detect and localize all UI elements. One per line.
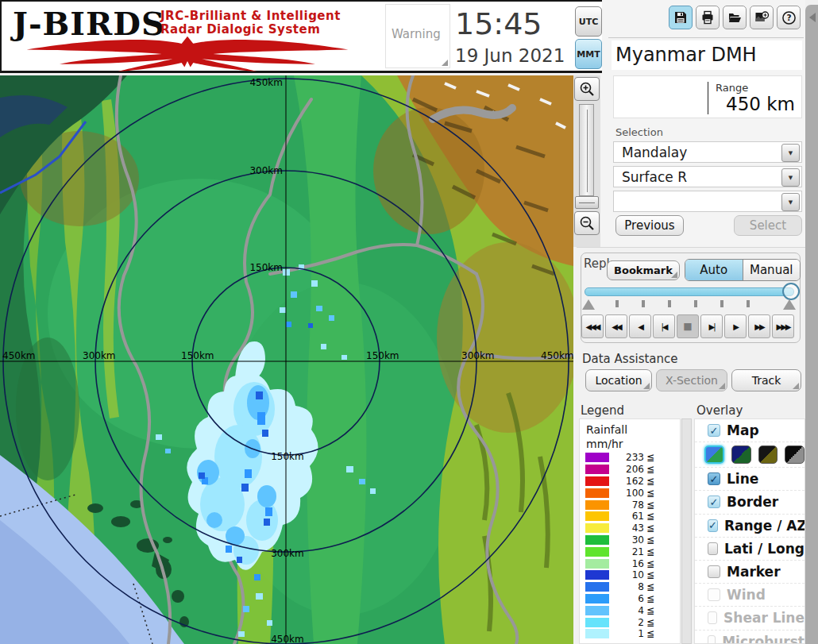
popup-grip-icon	[793, 383, 799, 389]
range-az-checkbox[interactable]: ✓	[708, 519, 718, 532]
map-label: Map	[727, 422, 759, 438]
station-name: Myanmar DMH	[615, 44, 757, 66]
svg-text:450km: 450km	[249, 77, 283, 88]
resize-grip-icon[interactable]	[442, 60, 448, 66]
bookmark-button[interactable]: Bookmark	[607, 260, 680, 280]
less-equal-icon: ≦	[646, 464, 654, 475]
station-dropdown[interactable]: Mandalay ▼	[613, 141, 802, 163]
line-checkbox[interactable]: ✓	[708, 472, 720, 485]
legend-value: 61	[609, 511, 644, 522]
manual-button[interactable]: Manual	[743, 260, 801, 280]
chevron-down-icon[interactable]: ▼	[781, 168, 800, 187]
radar-map[interactable]: 450km 300km 150km 150km 300km 450km 450k…	[0, 75, 573, 644]
marker-checkbox[interactable]	[708, 565, 720, 578]
svg-text:300km: 300km	[83, 350, 116, 361]
legend-row: 78≦	[580, 499, 680, 511]
print-button[interactable]	[696, 6, 720, 29]
play-button[interactable]: ▶	[724, 314, 747, 338]
replay-slider-handle[interactable]	[782, 283, 800, 300]
legend-row: 8≦	[580, 581, 680, 593]
collapse-panel-icon[interactable]	[809, 13, 816, 22]
slider-tick	[720, 300, 723, 307]
legend-swatch	[585, 476, 609, 486]
auto-button[interactable]: Auto	[685, 260, 743, 280]
x-section-label: X-Section	[666, 374, 718, 387]
warning-panel[interactable]: Warning	[385, 4, 450, 68]
legend-row: 61≦	[580, 511, 680, 523]
overlay-item-marker: Marker	[695, 560, 804, 583]
lati-long-checkbox[interactable]	[708, 542, 718, 555]
forward-button[interactable]: ▶▶	[748, 314, 770, 338]
popup-grip-icon	[643, 383, 650, 389]
radar-map-svg[interactable]: 450km 300km 150km 150km 300km 450km 450k…	[0, 75, 573, 644]
legend-value: 10	[609, 569, 644, 580]
map-style-3[interactable]	[758, 445, 778, 464]
utc-button[interactable]: UTC	[575, 6, 602, 37]
wind-checkbox[interactable]	[708, 588, 720, 601]
less-equal-icon: ≦	[646, 476, 654, 487]
overlay-item-map: ✓Map	[695, 419, 804, 442]
chevron-down-icon[interactable]: ▼	[781, 193, 800, 211]
track-button[interactable]: Track	[731, 369, 801, 391]
map-style-4[interactable]	[785, 445, 804, 464]
svg-text:300km: 300km	[271, 548, 304, 559]
location-button[interactable]: Location	[585, 369, 652, 391]
product-dropdown[interactable]: Surface R ▼	[613, 166, 802, 187]
legend-swatch	[585, 488, 609, 498]
zoom-slider-track[interactable]	[579, 104, 594, 196]
step-back-button[interactable]: |◀	[653, 314, 675, 338]
capture-icon	[754, 10, 770, 25]
legend-swatch	[585, 500, 609, 510]
open-folder-button[interactable]	[723, 6, 747, 29]
x-section-button[interactable]: X-Section	[656, 369, 727, 391]
window-edge-strip	[805, 5, 818, 644]
play-reverse-button[interactable]: ◀	[629, 314, 651, 338]
slider-end-marker[interactable]	[783, 299, 796, 310]
capture-button[interactable]	[750, 6, 774, 29]
zoom-in-button[interactable]	[574, 77, 600, 101]
help-button[interactable]: ?	[777, 6, 801, 29]
chevron-down-icon[interactable]: ▼	[781, 144, 800, 162]
mmt-button[interactable]: MMT	[575, 39, 602, 69]
shear-line-label: Shear Line	[723, 610, 804, 626]
print-icon	[700, 10, 715, 25]
less-equal-icon: ≦	[646, 534, 654, 546]
legend-value: 4	[609, 605, 644, 616]
slider-tick	[642, 300, 645, 307]
shear-line-checkbox[interactable]	[708, 611, 717, 624]
less-equal-icon: ≦	[646, 452, 654, 463]
map-style-2[interactable]	[731, 445, 751, 464]
microburst-label: Microburst	[722, 634, 804, 644]
border-label: Border	[727, 494, 778, 510]
legend-scrollbar[interactable]	[681, 418, 692, 644]
legend-row: 2≦	[580, 616, 680, 628]
open-folder-icon	[727, 10, 743, 25]
svg-text:300km: 300km	[249, 165, 283, 176]
rewind-fast-button[interactable]: ◀◀◀	[581, 314, 604, 338]
legend-panel: Rainfall mm/hr 233≦206≦162≦100≦78≦61≦43≦…	[579, 418, 681, 644]
zoom-track-line	[587, 110, 588, 192]
select-button[interactable]: Select	[734, 215, 802, 236]
option-dropdown[interactable]: ▼	[613, 191, 802, 212]
legend-value: 206	[609, 464, 644, 475]
map-style-1[interactable]	[704, 445, 724, 464]
previous-button[interactable]: Previous	[615, 215, 684, 236]
header: J-BIRDS JRC-Brilliant & Intelligent Rada…	[0, 0, 602, 73]
map-checkbox[interactable]: ✓	[708, 424, 720, 437]
legend-row: 6≦	[580, 593, 680, 605]
replay-slider-track[interactable]	[585, 287, 794, 296]
zoom-out-button[interactable]	[574, 211, 600, 235]
less-equal-icon: ≦	[646, 628, 654, 639]
step-forward-button[interactable]: ▶|	[700, 314, 723, 338]
legend-swatch	[585, 582, 609, 592]
stop-button[interactable]: ■	[677, 314, 699, 338]
microburst-checkbox[interactable]	[708, 635, 716, 644]
zoom-slider-handle[interactable]	[575, 196, 599, 209]
slider-start-marker[interactable]	[582, 299, 595, 310]
zoom-in-icon	[579, 81, 595, 97]
border-checkbox[interactable]: ✓	[708, 496, 720, 508]
forward-fast-button[interactable]: ▶▶▶	[772, 314, 794, 338]
rewind-button[interactable]: ◀◀	[605, 314, 627, 338]
overlay-item-lati-long: Lati / Long	[695, 537, 804, 560]
save-button[interactable]	[669, 6, 693, 29]
